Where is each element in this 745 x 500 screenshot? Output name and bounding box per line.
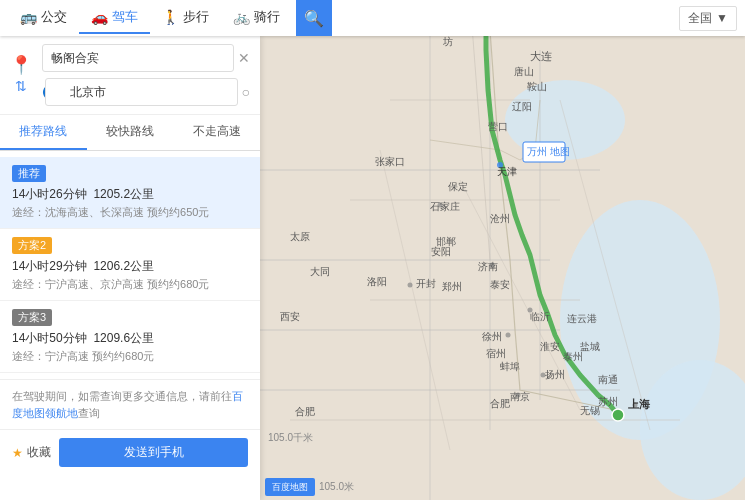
route-tag-3: 方案3 — [12, 309, 52, 326]
svg-text:西安: 西安 — [280, 311, 300, 322]
input-section: 📍 ⇅ ✕ 🔵 ○ — [0, 36, 260, 115]
route-tab-nohighway[interactable]: 不走高速 — [173, 115, 260, 150]
tab-walk-label: 步行 — [183, 8, 209, 26]
route-detail-3: 途经：宁沪高速 预约约680元 — [12, 349, 248, 364]
collect-label: 收藏 — [27, 444, 51, 461]
tab-walk[interactable]: 🚶 步行 — [150, 2, 221, 34]
svg-text:石家庄: 石家庄 — [430, 201, 460, 212]
region-label: 全国 — [688, 10, 712, 27]
search-icon: 🔍 — [304, 9, 324, 28]
region-dropdown-icon: ▼ — [716, 11, 728, 25]
svg-text:坊: 坊 — [442, 36, 453, 47]
svg-text:盐城: 盐城 — [580, 341, 600, 352]
from-input[interactable] — [42, 44, 234, 72]
svg-text:辽阳: 辽阳 — [512, 101, 532, 112]
bottom-actions: ★ 收藏 发送到手机 — [0, 429, 260, 475]
svg-text:扬州: 扬州 — [545, 369, 565, 380]
copyright-bar: 百度地图 105.0米 — [265, 478, 354, 496]
svg-text:张家口: 张家口 — [375, 156, 405, 167]
to-input[interactable] — [45, 78, 238, 106]
tab-bike[interactable]: 🚲 骑行 — [221, 2, 292, 34]
baidu-logo: 百度地图 — [265, 478, 315, 496]
svg-text:南通: 南通 — [598, 374, 618, 385]
tab-drive-label: 驾车 — [112, 8, 138, 26]
svg-text:安阳: 安阳 — [431, 246, 451, 257]
svg-point-27 — [408, 283, 413, 288]
nav-tab-group: 🚌 公交 🚗 驾车 🚶 步行 🚲 骑行 — [8, 2, 292, 34]
to-clear-icon[interactable]: ○ — [242, 84, 250, 100]
svg-text:营口: 营口 — [488, 121, 508, 132]
route-detail-1: 途经：沈海高速、长深高速 预约约650元 — [12, 205, 248, 220]
svg-text:上海: 上海 — [628, 398, 651, 410]
svg-text:无锡: 无锡 — [580, 405, 600, 416]
route-time-dist-1: 14小时26分钟 1205.2公里 — [12, 186, 248, 203]
svg-text:连云港: 连云港 — [567, 313, 597, 324]
svg-text:天津: 天津 — [497, 166, 517, 177]
svg-text:苏州: 苏州 — [598, 396, 618, 407]
route-tag-2: 方案2 — [12, 237, 52, 254]
drive-icon: 🚗 — [91, 9, 108, 25]
from-icon: 📍 — [10, 54, 32, 76]
send-to-phone-button[interactable]: 发送到手机 — [59, 438, 248, 467]
svg-point-22 — [612, 409, 624, 421]
walk-icon: 🚶 — [162, 9, 179, 25]
svg-text:济南: 济南 — [478, 261, 498, 272]
route-item-2[interactable]: 方案2 14小时29分钟 1206.2公里 途经：宁沪高速、京沪高速 预约约68… — [0, 229, 260, 301]
scale-text: 105.0米 — [319, 480, 354, 494]
svg-text:蚌埠: 蚌埠 — [500, 361, 520, 372]
svg-text:太原: 太原 — [290, 231, 310, 242]
from-clear-icon[interactable]: ✕ — [238, 50, 250, 66]
bottom-notice: 在驾驶期间，如需查询更多交通信息，请前往百度地图领航地查询 — [0, 379, 260, 429]
tab-bike-label: 骑行 — [254, 8, 280, 26]
svg-text:淮安: 淮安 — [540, 341, 560, 352]
route-detail-2: 途经：宁沪高速、京沪高速 预约约680元 — [12, 277, 248, 292]
svg-text:徐州: 徐州 — [482, 331, 502, 342]
svg-text:沧州: 沧州 — [490, 213, 510, 224]
map-scale: 105.0千米 — [268, 431, 313, 445]
route-filter-tabs: 推荐路线 较快路线 不走高速 — [0, 115, 260, 151]
collect-button[interactable]: ★ 收藏 — [12, 444, 51, 461]
route-time-dist-2: 14小时29分钟 1206.2公里 — [12, 258, 248, 275]
svg-text:宿州: 宿州 — [486, 348, 506, 359]
svg-text:泰州: 泰州 — [563, 351, 583, 362]
bike-icon: 🚲 — [233, 9, 250, 25]
svg-text:鞍山: 鞍山 — [527, 81, 547, 92]
route-tab-faster[interactable]: 较快路线 — [87, 115, 174, 150]
star-icon: ★ — [12, 446, 23, 460]
svg-text:开封: 开封 — [416, 278, 436, 289]
search-button[interactable]: 🔍 — [296, 0, 332, 36]
route-time-dist-3: 14小时50分钟 1209.6公里 — [12, 330, 248, 347]
notice-link[interactable]: 百度地图领航地 — [12, 390, 243, 419]
svg-text:保定: 保定 — [448, 181, 468, 192]
route-item-1[interactable]: 推荐 14小时26分钟 1205.2公里 途经：沈海高速、长深高速 预约约650… — [0, 157, 260, 229]
svg-point-25 — [506, 333, 511, 338]
region-selector[interactable]: 全国 ▼ — [679, 6, 737, 31]
svg-text:合肥: 合肥 — [295, 406, 315, 417]
svg-text:临沂: 临沂 — [530, 311, 550, 322]
tab-drive[interactable]: 🚗 驾车 — [79, 2, 150, 34]
route-list: 推荐 14小时26分钟 1205.2公里 途经：沈海高速、长深高速 预约约650… — [0, 151, 260, 379]
svg-text:大同: 大同 — [310, 266, 330, 277]
route-tab-recommended[interactable]: 推荐路线 — [0, 115, 87, 150]
svg-text:合肥: 合肥 — [490, 398, 510, 409]
top-navigation: 🚌 公交 🚗 驾车 🚶 步行 🚲 骑行 🔍 全国 ▼ — [0, 0, 745, 36]
svg-text:南京: 南京 — [510, 391, 530, 402]
route-item-3[interactable]: 方案3 14小时50分钟 1209.6公里 途经：宁沪高速 预约约680元 — [0, 301, 260, 373]
bus-icon: 🚌 — [20, 9, 37, 25]
tab-bus-label: 公交 — [41, 8, 67, 26]
svg-text:万州 地图: 万州 地图 — [527, 146, 570, 157]
main-container: 大连 北京 天津 石家庄 济南 徐州 南京 上海 郑州 唐山 坊 鞍山 辽阳 营… — [0, 0, 745, 500]
tab-bus[interactable]: 🚌 公交 — [8, 2, 79, 34]
route-tag-1: 推荐 — [12, 165, 46, 182]
svg-text:大连: 大连 — [530, 50, 552, 62]
left-panel: 📍 ⇅ ✕ 🔵 ○ 推荐路线 — [0, 36, 260, 500]
svg-text:泰安: 泰安 — [490, 279, 510, 290]
swap-icon[interactable]: ⇅ — [15, 78, 27, 94]
svg-text:郑州: 郑州 — [442, 281, 462, 292]
svg-text:唐山: 唐山 — [514, 66, 534, 77]
svg-text:洛阳: 洛阳 — [367, 276, 387, 287]
